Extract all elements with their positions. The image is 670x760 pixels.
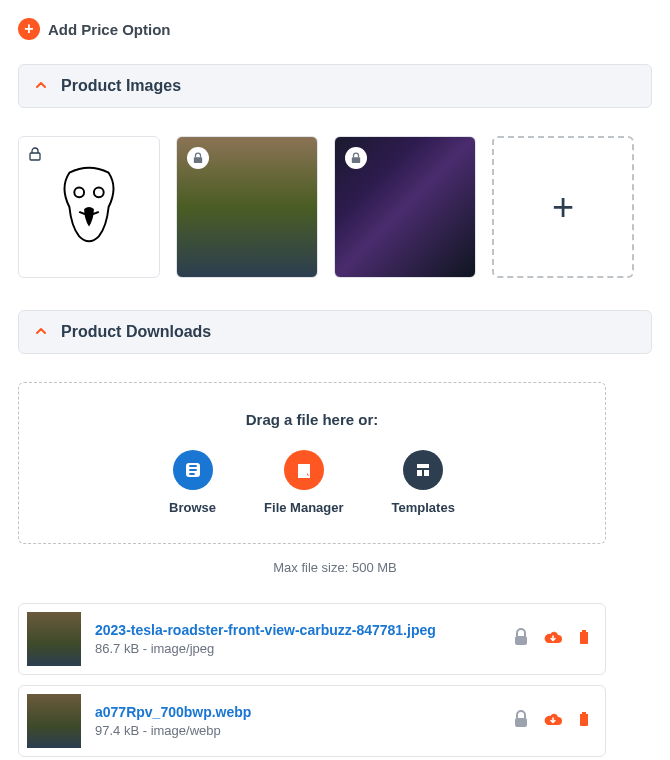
browse-button[interactable]: Browse [169,450,216,515]
download-button[interactable] [543,629,563,649]
max-file-size: Max file size: 500 MB [18,560,652,575]
add-price-option-button[interactable]: + Add Price Option [18,18,652,40]
file-manager-label: File Manager [264,500,343,515]
file-name[interactable]: 2023-tesla-roadster-front-view-carbuzz-8… [95,622,499,638]
section-title: Product Downloads [61,323,211,341]
file-thumbnail [27,612,81,666]
browse-icon [173,450,213,490]
product-image[interactable] [176,136,318,278]
lock-button[interactable] [513,628,529,650]
svg-rect-5 [417,470,422,476]
file-meta: 97.4 kB - image/webp [95,723,499,738]
plus-icon: + [552,186,574,229]
lock-icon [345,147,367,169]
svg-rect-8 [515,718,527,727]
file-info: 2023-tesla-roadster-front-view-carbuzz-8… [95,622,499,656]
file-manager-icon [284,450,324,490]
templates-icon [403,450,443,490]
lock-icon [187,147,209,169]
file-actions [513,628,591,650]
svg-rect-2 [352,157,360,163]
file-actions [513,710,591,732]
delete-button[interactable] [577,711,591,731]
chevron-up-icon [35,79,47,94]
dropzone-actions: Browse File Manager Templates [47,450,577,515]
svg-rect-0 [30,153,40,160]
file-dropzone[interactable]: Drag a file here or: Browse File Manager… [18,382,606,544]
delete-button[interactable] [577,629,591,649]
file-name[interactable]: a077Rpv_700bwp.webp [95,704,499,720]
svg-rect-6 [424,470,429,476]
product-images-header[interactable]: Product Images [18,64,652,108]
chevron-up-icon [35,325,47,340]
add-price-label: Add Price Option [48,21,171,38]
file-row: 2023-tesla-roadster-front-view-carbuzz-8… [18,603,606,675]
file-row: a077Rpv_700bwp.webp 97.4 kB - image/webp [18,685,606,757]
lock-icon [29,147,41,161]
lock-button[interactable] [513,710,529,732]
download-button[interactable] [543,711,563,731]
product-image[interactable] [334,136,476,278]
file-meta: 86.7 kB - image/jpeg [95,641,499,656]
file-manager-button[interactable]: File Manager [264,450,343,515]
product-images-row: + [18,136,652,278]
templates-label: Templates [392,500,455,515]
section-title: Product Images [61,77,181,95]
product-downloads-header[interactable]: Product Downloads [18,310,652,354]
file-thumbnail [27,694,81,748]
file-info: a077Rpv_700bwp.webp 97.4 kB - image/webp [95,704,499,738]
browse-label: Browse [169,500,216,515]
add-image-button[interactable]: + [492,136,634,278]
product-image[interactable] [18,136,160,278]
svg-rect-4 [417,464,429,468]
dropzone-prompt: Drag a file here or: [47,411,577,428]
plus-icon: + [18,18,40,40]
svg-rect-7 [515,636,527,645]
svg-rect-1 [194,157,202,163]
templates-button[interactable]: Templates [392,450,455,515]
